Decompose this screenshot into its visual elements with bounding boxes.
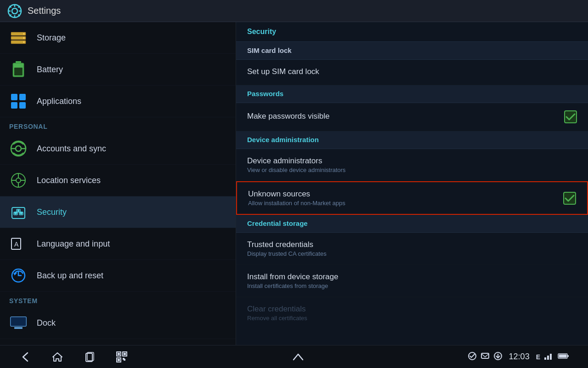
personal-section-header: Personal: [0, 117, 236, 133]
unknown-sources-text: Unknown sources Allow installation of no…: [248, 190, 563, 207]
svg-rect-69: [552, 352, 554, 353]
install-storage-sub: Install certificates from storage: [247, 282, 577, 289]
clear-creds-title: Clear credentials: [247, 305, 577, 314]
svg-point-15: [23, 41, 25, 43]
svg-rect-22: [19, 102, 26, 109]
svg-rect-59: [118, 359, 120, 361]
device-admin-section-header: Device administration: [236, 131, 588, 149]
bottombar: 12:03 E: [0, 345, 588, 368]
device-admins-title: Device administrators: [247, 156, 577, 166]
sidebar-item-dock[interactable]: Dock: [0, 307, 236, 339]
trusted-creds-item[interactable]: Trusted credentials Display trusted CA c…: [236, 233, 588, 265]
unknown-sources-item[interactable]: Unknown sources Allow installation of no…: [236, 181, 588, 215]
svg-point-13: [23, 33, 25, 34]
status-circle: [468, 351, 477, 362]
passwords-visible-text: Make passwords visible: [247, 112, 564, 122]
sidebar-item-applications[interactable]: Applications: [0, 86, 236, 117]
svg-rect-16: [16, 61, 21, 63]
install-storage-title: Install from device storage: [247, 272, 577, 282]
security-label: Security: [37, 207, 67, 217]
location-icon: [9, 171, 28, 190]
nav-left-group: [18, 350, 129, 364]
sidebar-item-accounts[interactable]: Accounts and sync: [0, 133, 236, 165]
passwords-section-header: Passwords: [236, 85, 588, 103]
svg-point-14: [23, 37, 25, 39]
svg-marker-51: [53, 353, 62, 361]
dock-icon: [9, 314, 28, 332]
main-layout: Storage Battery: [0, 22, 588, 345]
svg-text:A: A: [14, 241, 19, 248]
battery-status-icon: [558, 352, 570, 361]
svg-rect-21: [11, 102, 17, 109]
content-page-title: Security: [236, 22, 588, 42]
battery-label: Battery: [37, 65, 63, 75]
center-up-button[interactable]: [291, 350, 305, 364]
clear-creds-item[interactable]: Clear credentials Remove all certificate…: [236, 297, 588, 329]
backup-icon: [9, 266, 28, 285]
status-download: [493, 351, 503, 362]
svg-point-39: [17, 210, 20, 212]
backup-label: Back up and reset: [37, 271, 103, 281]
unknown-sources-checkbox[interactable]: [563, 192, 576, 205]
svg-rect-61: [123, 358, 124, 360]
sidebar-item-location[interactable]: Location services: [0, 165, 236, 196]
device-admins-text: Device administrators View or disable de…: [247, 156, 577, 173]
recents-button[interactable]: [83, 350, 96, 364]
signal-e-icon: E: [536, 353, 540, 361]
svg-point-24: [16, 146, 21, 151]
sidebar-item-backup[interactable]: Back up and reset: [0, 260, 236, 292]
location-label: Location services: [37, 176, 101, 185]
device-admin-header-label: Device administration: [247, 136, 319, 144]
svg-rect-57: [118, 353, 120, 355]
sim-lock-item[interactable]: Set up SIM card lock: [236, 60, 588, 85]
home-button[interactable]: [51, 350, 64, 364]
svg-rect-45: [14, 327, 23, 329]
sidebar-item-storage[interactable]: Storage: [0, 22, 236, 54]
content-panel: Security SIM card lock Set up SIM card l…: [236, 22, 588, 345]
storage-icon: [9, 29, 28, 47]
security-icon: [9, 203, 28, 221]
trusted-creds-title: Trusted credentials: [247, 240, 577, 249]
time-display: 12:03: [509, 352, 530, 362]
topbar: Settings: [0, 0, 588, 22]
svg-rect-18: [14, 68, 23, 75]
language-label: Language and input: [37, 239, 110, 249]
svg-rect-58: [124, 353, 126, 355]
unknown-sources-title: Unknown sources: [248, 190, 563, 199]
sidebar-item-battery[interactable]: Battery: [0, 54, 236, 86]
sidebar-item-security[interactable]: Security: [0, 196, 236, 228]
clear-creds-text: Clear credentials Remove all certificate…: [247, 305, 577, 322]
svg-point-28: [16, 178, 21, 183]
svg-rect-44: [11, 317, 26, 326]
accounts-label: Accounts and sync: [37, 144, 106, 154]
applications-label: Applications: [37, 97, 81, 106]
qr-button[interactable]: [115, 350, 129, 364]
sim-lock-title: Set up SIM card lock: [247, 67, 577, 76]
passwords-visible-item[interactable]: Make passwords visible: [236, 103, 588, 131]
svg-rect-63: [481, 353, 489, 358]
svg-rect-71: [567, 355, 569, 357]
svg-rect-67: [547, 356, 549, 360]
sidebar-item-datetime[interactable]: Date and time: [0, 339, 236, 345]
sidebar: Storage Battery: [0, 22, 236, 345]
back-button[interactable]: [18, 350, 32, 364]
device-admins-sub: View or disable device administrators: [247, 167, 577, 173]
signal-bars-icon: [544, 352, 554, 362]
sim-lock-text: Set up SIM card lock: [247, 67, 577, 77]
language-icon: A: [9, 235, 28, 253]
install-storage-item[interactable]: Install from device storage Install cert…: [236, 265, 588, 297]
storage-label: Storage: [37, 33, 66, 43]
battery-icon: [9, 60, 28, 79]
clear-creds-sub: Remove all certificates: [247, 315, 577, 322]
device-admins-item[interactable]: Device administrators View or disable de…: [236, 149, 588, 181]
status-bar: 12:03 E: [468, 351, 570, 362]
passwords-visible-checkbox[interactable]: [564, 110, 577, 123]
dock-label: Dock: [37, 318, 56, 328]
svg-rect-68: [550, 354, 552, 360]
settings-icon: [7, 4, 22, 18]
sidebar-item-language[interactable]: A Language and input: [0, 228, 236, 260]
install-storage-text: Install from device storage Install cert…: [247, 272, 577, 289]
status-message: [481, 351, 490, 362]
trusted-creds-sub: Display trusted CA certificates: [247, 250, 577, 257]
svg-rect-19: [11, 94, 17, 100]
